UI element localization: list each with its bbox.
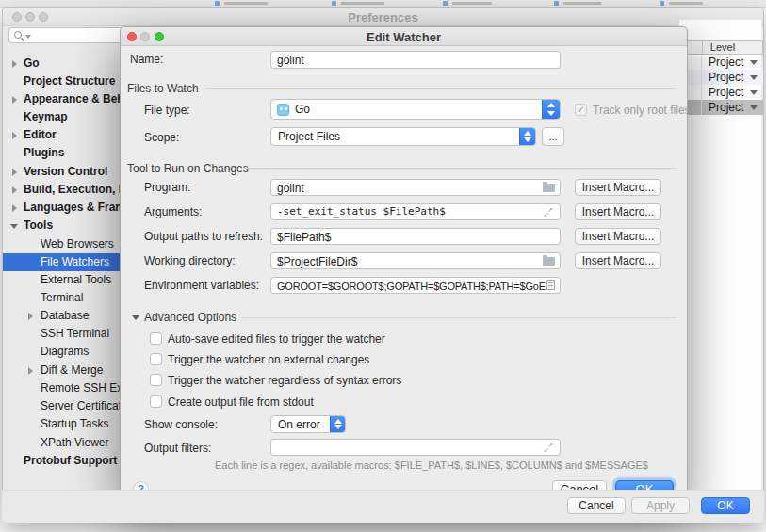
tool-to-run-section-label: Tool to Run on Changes: [127, 162, 249, 175]
chevron-right-icon[interactable]: [12, 204, 17, 212]
screen: Preferences Go Project Structure Appeara…: [0, 0, 766, 532]
files-to-watch-section-label: Files to Watch: [127, 82, 199, 95]
background-app-artifact: [443, 1, 448, 6]
arguments-label: Arguments:: [144, 205, 202, 218]
name-label: Name:: [130, 53, 163, 66]
chevron-right-icon[interactable]: [12, 132, 17, 139]
watcher-level-cell-selected[interactable]: Project: [682, 100, 763, 115]
window-title: Preferences: [3, 10, 763, 24]
name-input[interactable]: golint: [270, 51, 561, 69]
watcher-level-cell[interactable]: Project: [682, 55, 763, 70]
working-directory-insert-macro-button[interactable]: Insert Macro...: [575, 252, 661, 269]
background-app-artifact: [332, 1, 336, 6]
regex-macros-hint: Each line is a regex, available macros: …: [215, 459, 648, 471]
program-input[interactable]: golint: [270, 179, 561, 196]
working-directory-label: Working directory:: [144, 254, 235, 267]
chevron-right-icon[interactable]: [12, 96, 17, 104]
background-app-artifact: [215, 1, 220, 6]
search-options-chevron-icon[interactable]: [25, 35, 31, 39]
dialog-title: Edit Watcher: [121, 30, 687, 44]
dropdown-caret-icon[interactable]: [750, 90, 758, 95]
output-paths-label: Output paths to refresh:: [144, 230, 263, 243]
advanced-options-label[interactable]: Advanced Options: [144, 311, 236, 324]
arguments-insert-macro-button[interactable]: Insert Macro...: [575, 203, 661, 220]
environment-variables-label: Environment variables:: [144, 279, 259, 292]
background-app-artifact: [669, 2, 703, 5]
section-separator: [241, 317, 676, 318]
program-insert-macro-button[interactable]: Insert Macro...: [575, 179, 661, 196]
create-output-file-label: Create output file from stdout: [168, 395, 314, 409]
arguments-input[interactable]: -set_exit_status $FilePath$: [270, 203, 561, 220]
show-console-label: Show console:: [144, 418, 218, 431]
track-only-root-files-checkbox[interactable]: ✓: [575, 104, 587, 116]
background-app-artifact: [224, 2, 268, 5]
trigger-syntax-errors-checkbox[interactable]: [150, 374, 162, 386]
chevron-right-icon[interactable]: [12, 169, 17, 176]
output-filters-input[interactable]: [270, 439, 561, 456]
chevron-down-icon[interactable]: [10, 224, 18, 229]
browse-variables-icon[interactable]: [546, 280, 555, 290]
preferences-apply-button[interactable]: Apply: [631, 497, 690, 514]
preferences-cancel-button[interactable]: Cancel: [567, 497, 626, 514]
go-file-type-icon: [277, 104, 289, 116]
trigger-external-changes-label: Trigger the watcher on external changes: [168, 353, 369, 366]
expand-field-icon[interactable]: ↗↙: [544, 207, 553, 217]
chevron-right-icon[interactable]: [28, 367, 33, 375]
dropdown-stepper-icon[interactable]: [542, 100, 560, 119]
preferences-ok-button[interactable]: OK: [701, 497, 750, 514]
background-app-artifact: [554, 1, 559, 6]
background-app-artifact: [563, 2, 601, 5]
scope-browse-button[interactable]: ...: [542, 127, 564, 146]
file-type-select[interactable]: Go: [270, 99, 561, 120]
level-column-header[interactable]: Level: [682, 40, 763, 55]
show-console-select[interactable]: On error: [270, 415, 346, 433]
background-app-artifact: [341, 2, 384, 5]
auto-save-label: Auto-save edited files to trigger the wa…: [168, 332, 385, 346]
section-separator: [205, 88, 676, 89]
watcher-level-cell[interactable]: Project: [682, 70, 763, 85]
environment-variables-input[interactable]: GOROOT=$GOROOT$;GOPATH=$GOPATH$;PATH=$Go…: [270, 277, 561, 294]
edit-watcher-dialog: Edit Watcher Name: golint Files to Watch…: [120, 26, 688, 502]
scope-label: Scope:: [144, 131, 179, 144]
output-filters-label: Output filters:: [144, 442, 211, 455]
watcher-level-cell[interactable]: Project: [682, 85, 763, 100]
output-paths-insert-macro-button[interactable]: Insert Macro...: [575, 228, 661, 245]
background-app-artifact: [452, 2, 492, 5]
preferences-titlebar[interactable]: Preferences: [3, 8, 763, 26]
track-only-root-files-label: Track only root files: [593, 104, 691, 117]
column-separator: [702, 41, 703, 54]
section-separator: [241, 168, 676, 169]
search-icon: [14, 31, 22, 39]
trigger-external-changes-checkbox[interactable]: [150, 353, 162, 365]
preferences-footer: Cancel Apply OK: [2, 490, 764, 523]
chevron-right-icon[interactable]: [12, 60, 17, 68]
dropdown-caret-icon[interactable]: [750, 75, 758, 80]
chevron-right-icon[interactable]: [12, 186, 17, 194]
file-type-label: File type:: [144, 104, 190, 117]
auto-save-checkbox[interactable]: [150, 332, 162, 345]
chevron-right-icon[interactable]: [28, 313, 33, 320]
browse-folder-icon[interactable]: [543, 184, 555, 192]
expand-field-icon[interactable]: ↗↙: [544, 443, 553, 452]
program-label: Program:: [144, 181, 190, 194]
scope-select[interactable]: Project Files: [270, 127, 536, 146]
trigger-syntax-errors-label: Trigger the watcher regardless of syntax…: [168, 374, 401, 387]
browse-folder-icon[interactable]: [543, 257, 555, 266]
output-paths-input[interactable]: $FilePath$: [270, 228, 561, 245]
dropdown-stepper-icon[interactable]: [330, 416, 345, 432]
dropdown-caret-icon[interactable]: [750, 60, 758, 65]
working-directory-input[interactable]: $ProjectFileDir$: [270, 252, 561, 269]
background-app-artifact: [660, 1, 664, 6]
collapse-chevron-icon[interactable]: [132, 315, 139, 320]
dialog-titlebar[interactable]: Edit Watcher: [121, 27, 687, 46]
create-output-file-checkbox[interactable]: [150, 395, 162, 408]
dropdown-stepper-icon[interactable]: [519, 128, 535, 145]
dropdown-caret-icon[interactable]: [750, 105, 758, 110]
